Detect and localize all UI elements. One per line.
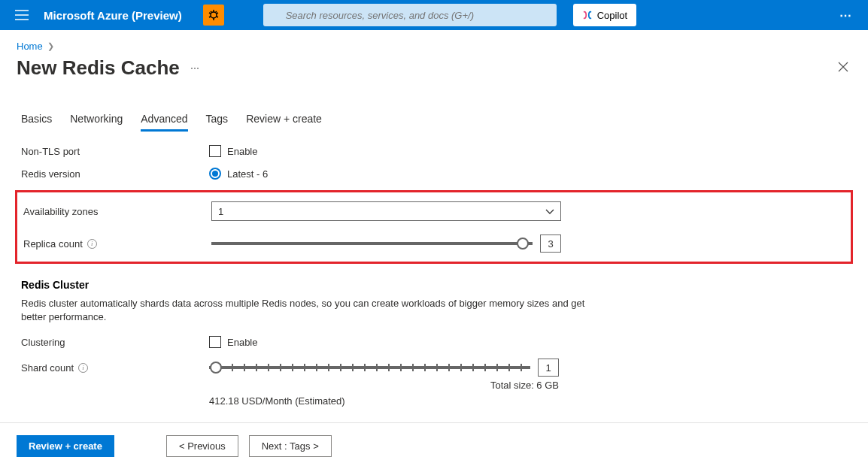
- clustering-checkbox[interactable]: [209, 336, 221, 348]
- topbar: Microsoft Azure (Preview) Copilot ⋯: [0, 0, 868, 30]
- tab-basics[interactable]: Basics: [21, 108, 52, 132]
- tab-tags[interactable]: Tags: [206, 108, 229, 132]
- content-area: Basics Networking Advanced Tags Review +…: [0, 93, 860, 418]
- row-redis-version: Redis version Latest - 6: [21, 168, 853, 180]
- title-row: New Redis Cache ⋯: [0, 55, 868, 86]
- cluster-description: Redis cluster automatically shards data …: [21, 297, 585, 324]
- topbar-more-icon[interactable]: ⋯: [839, 8, 853, 23]
- search-input[interactable]: [263, 4, 557, 26]
- row-availability-zones: Availability zones 1: [17, 201, 845, 221]
- footer: Review + create < Previous Next : Tags >: [0, 422, 868, 469]
- shard-count-label: Shard count: [21, 362, 74, 374]
- info-icon[interactable]: i: [78, 363, 88, 373]
- shard-count-value[interactable]: 1: [538, 359, 559, 377]
- chevron-down-icon: [545, 206, 554, 217]
- total-size-label: Total size: 6 GB: [209, 380, 559, 391]
- search-container: [263, 4, 557, 26]
- redis-version-value: Latest - 6: [227, 168, 268, 180]
- non-tls-enable-label: Enable: [227, 146, 257, 157]
- highlight-box: Availability zones 1 Replica count i: [15, 190, 853, 264]
- info-icon[interactable]: i: [87, 239, 97, 249]
- row-shard-count: Shard count i 1: [21, 359, 853, 377]
- availability-zones-value: 1: [218, 206, 223, 217]
- breadcrumb-home[interactable]: Home: [17, 41, 43, 52]
- replica-slider-wrap: 3: [211, 234, 561, 253]
- brand-label: Microsoft Azure (Preview): [44, 9, 182, 22]
- tabs: Basics Networking Advanced Tags Review +…: [21, 108, 853, 132]
- tab-networking[interactable]: Networking: [70, 108, 123, 132]
- replica-count-label: Replica count: [23, 238, 83, 250]
- tab-advanced[interactable]: Advanced: [141, 108, 187, 132]
- redis-version-radio[interactable]: [209, 168, 221, 180]
- hamburger-icon[interactable]: [15, 10, 29, 20]
- close-icon[interactable]: [835, 59, 851, 78]
- review-create-button[interactable]: Review + create: [17, 435, 114, 457]
- clustering-label: Clustering: [21, 337, 209, 348]
- next-button[interactable]: Next : Tags >: [249, 435, 332, 457]
- title-more-icon[interactable]: ⋯: [190, 63, 201, 74]
- availability-zones-select[interactable]: 1: [211, 201, 561, 221]
- row-non-tls: Non-TLS port Enable: [21, 145, 853, 157]
- replica-count-value[interactable]: 3: [540, 234, 561, 253]
- replica-slider-thumb[interactable]: [517, 238, 529, 250]
- page-title: New Redis Cache: [17, 56, 180, 80]
- shard-slider-wrap: 1: [209, 359, 559, 377]
- row-replica-count: Replica count i 3: [17, 234, 845, 253]
- tab-review[interactable]: Review + create: [246, 108, 322, 132]
- row-clustering: Clustering Enable: [21, 336, 853, 348]
- non-tls-checkbox[interactable]: [209, 145, 221, 157]
- cluster-heading: Redis Cluster: [21, 279, 853, 291]
- replica-slider[interactable]: [211, 242, 533, 245]
- clustering-enable-label: Enable: [227, 337, 257, 348]
- shard-slider[interactable]: [209, 366, 530, 369]
- debug-icon[interactable]: [203, 5, 224, 26]
- availability-zones-label: Availability zones: [23, 206, 211, 217]
- redis-version-label: Redis version: [21, 168, 209, 180]
- copilot-button[interactable]: Copilot: [573, 4, 636, 26]
- copilot-label: Copilot: [597, 10, 627, 21]
- non-tls-label: Non-TLS port: [21, 146, 209, 157]
- copilot-icon: [582, 10, 593, 20]
- price-label: 412.18 USD/Month (Estimated): [209, 395, 853, 407]
- chevron-right-icon: ❯: [47, 41, 54, 51]
- breadcrumb: Home ❯: [0, 30, 868, 55]
- svg-point-0: [211, 12, 217, 18]
- shard-slider-thumb[interactable]: [210, 362, 222, 374]
- previous-button[interactable]: < Previous: [166, 435, 238, 457]
